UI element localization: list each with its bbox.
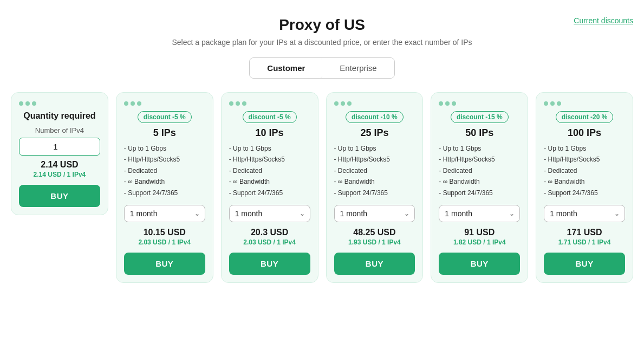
plan-title-1: 10 IPs [229,127,310,139]
plan-features-0: - Up to 1 Gbps- Http/Https/Socks5- Dedic… [124,143,205,198]
plan-features-1: - Up to 1 Gbps- Http/Https/Socks5- Dedic… [229,143,310,198]
discount-badge-2: discount -10 % [346,111,404,123]
plan-price-1: 20.3 USD [229,228,310,237]
card-dots [19,101,100,106]
tab-enterprise[interactable]: Enterprise [322,58,394,78]
ipv4-input[interactable] [19,138,100,156]
month-select-0[interactable]: 1 month3 months6 months12 months [124,205,205,222]
month-select-wrapper-3: 1 month3 months6 months12 months ⌄ [439,205,520,222]
card-dots-2 [334,101,415,106]
plan-price-0: 10.15 USD [124,228,205,237]
dot-1 [19,101,23,106]
plan-card-2: discount -10 %25 IPs - Up to 1 Gbps- Htt… [326,92,424,283]
plan-price-4: 171 USD [544,228,625,237]
plan-price-3: 91 USD [439,228,520,237]
plan-price-per-4: 1.71 USD / 1 IPv4 [544,238,625,246]
ipv4-label: Number of IPv4 [19,126,100,134]
plan-title-3: 50 IPs [439,127,520,139]
discount-badge-4: discount -20 % [556,111,614,123]
month-select-wrapper-0: 1 month3 months6 months12 months ⌄ [124,205,205,222]
month-select-3[interactable]: 1 month3 months6 months12 months [439,205,520,222]
current-discounts-link[interactable]: Current discounts [574,16,633,25]
month-select-4[interactable]: 1 month3 months6 months12 months [544,205,625,222]
tabs-section: Customer Enterprise [11,57,633,79]
dot-2 [25,101,30,106]
month-select-wrapper-2: 1 month3 months6 months12 months ⌄ [334,205,415,222]
month-select-wrapper-4: 1 month3 months6 months12 months ⌄ [544,205,625,222]
card-dots-3 [439,101,520,106]
page-container: Proxy of US Select a package plan for yo… [0,0,644,299]
quantity-buy-button[interactable]: BUY [19,185,100,207]
plan-price-per-2: 1.93 USD / 1 IPv4 [334,238,415,246]
plan-buy-button-3[interactable]: BUY [439,253,520,275]
tab-group: Customer Enterprise [249,57,394,79]
plan-buy-button-2[interactable]: BUY [334,253,415,275]
plan-card-0: discount -5 %5 IPs - Up to 1 Gbps- Http/… [116,92,213,283]
plan-features-2: - Up to 1 Gbps- Http/Https/Socks5- Dedic… [334,143,415,198]
dot-3 [32,101,36,106]
discount-badge-1: discount -5 % [243,111,297,123]
plan-buy-button-4[interactable]: BUY [544,253,625,275]
plan-buy-button-1[interactable]: BUY [229,253,310,275]
card-dots-1 [229,101,310,106]
quantity-price: 2.14 USD [19,160,100,170]
card-dots-0 [124,101,205,106]
cards-row: Quantity required Number of IPv4 2.14 US… [11,92,633,283]
card-dots-4 [544,101,625,106]
quantity-card: Quantity required Number of IPv4 2.14 US… [11,92,108,215]
plan-price-per-0: 2.03 USD / 1 IPv4 [124,238,205,246]
plan-features-4: - Up to 1 Gbps- Http/Https/Socks5- Dedic… [544,143,625,198]
plan-card-1: discount -5 %10 IPs - Up to 1 Gbps- Http… [221,92,318,283]
plan-title-0: 5 IPs [124,127,205,139]
month-select-wrapper-1: 1 month3 months6 months12 months ⌄ [229,205,310,222]
tab-customer[interactable]: Customer [250,58,322,78]
plan-features-3: - Up to 1 Gbps- Http/Https/Socks5- Dedic… [439,143,520,198]
month-select-1[interactable]: 1 month3 months6 months12 months [229,205,310,222]
plan-price-2: 48.25 USD [334,228,415,237]
quantity-price-per: 2.14 USD / 1 IPv4 [19,171,100,178]
plan-card-3: discount -15 %50 IPs - Up to 1 Gbps- Htt… [431,92,528,283]
plan-buy-button-0[interactable]: BUY [124,253,205,275]
header: Proxy of US Select a package plan for yo… [11,16,633,47]
plan-card-4: discount -20 %100 IPs - Up to 1 Gbps- Ht… [536,92,633,283]
plan-title-4: 100 IPs [544,127,625,139]
page-title: Proxy of US [11,16,633,34]
discount-badge-0: discount -5 % [138,111,192,123]
plan-title-2: 25 IPs [334,127,415,139]
page-subtitle: Select a package plan for your IPs at a … [11,38,633,47]
plan-price-per-3: 1.82 USD / 1 IPv4 [439,238,520,246]
discount-badge-3: discount -15 % [451,111,509,123]
month-select-2[interactable]: 1 month3 months6 months12 months [334,205,415,222]
plan-price-per-1: 2.03 USD / 1 IPv4 [229,238,310,246]
quantity-title: Quantity required [19,111,100,121]
